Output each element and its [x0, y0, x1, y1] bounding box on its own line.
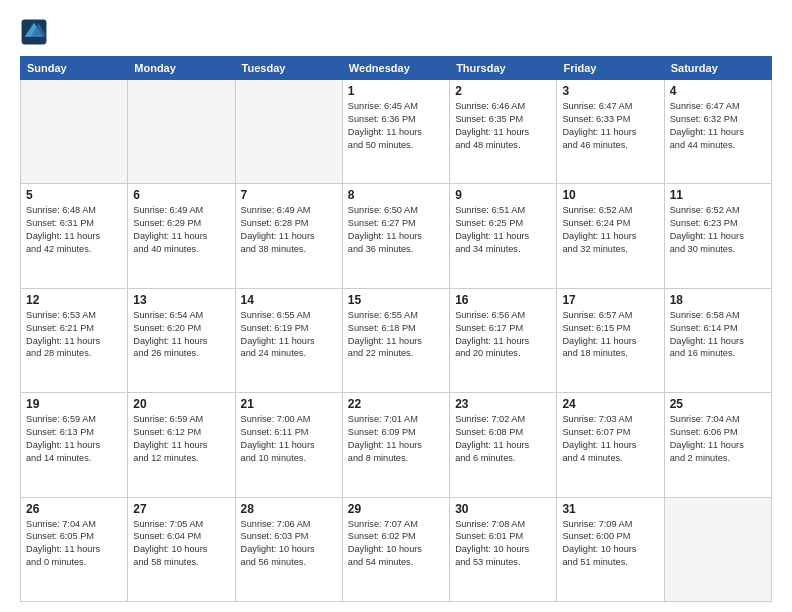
calendar-cell: 28Sunrise: 7:06 AM Sunset: 6:03 PM Dayli…	[235, 497, 342, 601]
day-number: 18	[670, 293, 766, 307]
day-number: 5	[26, 188, 122, 202]
day-info: Sunrise: 6:47 AM Sunset: 6:32 PM Dayligh…	[670, 100, 766, 152]
header	[20, 18, 772, 46]
calendar-table: SundayMondayTuesdayWednesdayThursdayFrid…	[20, 56, 772, 602]
calendar-cell	[128, 80, 235, 184]
day-info: Sunrise: 6:53 AM Sunset: 6:21 PM Dayligh…	[26, 309, 122, 361]
day-info: Sunrise: 6:47 AM Sunset: 6:33 PM Dayligh…	[562, 100, 658, 152]
calendar-body: 1Sunrise: 6:45 AM Sunset: 6:36 PM Daylig…	[21, 80, 772, 602]
day-number: 31	[562, 502, 658, 516]
calendar-week-row: 26Sunrise: 7:04 AM Sunset: 6:05 PM Dayli…	[21, 497, 772, 601]
weekday-header: Thursday	[450, 57, 557, 80]
day-number: 27	[133, 502, 229, 516]
day-info: Sunrise: 7:00 AM Sunset: 6:11 PM Dayligh…	[241, 413, 337, 465]
day-info: Sunrise: 7:03 AM Sunset: 6:07 PM Dayligh…	[562, 413, 658, 465]
day-number: 24	[562, 397, 658, 411]
day-number: 11	[670, 188, 766, 202]
day-number: 14	[241, 293, 337, 307]
day-info: Sunrise: 6:50 AM Sunset: 6:27 PM Dayligh…	[348, 204, 444, 256]
weekday-header: Monday	[128, 57, 235, 80]
day-info: Sunrise: 7:04 AM Sunset: 6:06 PM Dayligh…	[670, 413, 766, 465]
calendar-cell: 7Sunrise: 6:49 AM Sunset: 6:28 PM Daylig…	[235, 184, 342, 288]
weekday-header: Friday	[557, 57, 664, 80]
calendar-cell: 5Sunrise: 6:48 AM Sunset: 6:31 PM Daylig…	[21, 184, 128, 288]
logo-icon	[20, 18, 48, 46]
day-number: 3	[562, 84, 658, 98]
calendar-cell	[235, 80, 342, 184]
day-number: 8	[348, 188, 444, 202]
calendar-cell: 1Sunrise: 6:45 AM Sunset: 6:36 PM Daylig…	[342, 80, 449, 184]
weekday-header: Wednesday	[342, 57, 449, 80]
calendar-cell: 10Sunrise: 6:52 AM Sunset: 6:24 PM Dayli…	[557, 184, 664, 288]
day-info: Sunrise: 6:45 AM Sunset: 6:36 PM Dayligh…	[348, 100, 444, 152]
calendar-cell: 4Sunrise: 6:47 AM Sunset: 6:32 PM Daylig…	[664, 80, 771, 184]
day-number: 23	[455, 397, 551, 411]
calendar-cell: 13Sunrise: 6:54 AM Sunset: 6:20 PM Dayli…	[128, 288, 235, 392]
calendar-week-row: 19Sunrise: 6:59 AM Sunset: 6:13 PM Dayli…	[21, 393, 772, 497]
day-number: 22	[348, 397, 444, 411]
weekday-header: Sunday	[21, 57, 128, 80]
day-number: 16	[455, 293, 551, 307]
day-number: 12	[26, 293, 122, 307]
day-number: 17	[562, 293, 658, 307]
day-info: Sunrise: 6:49 AM Sunset: 6:29 PM Dayligh…	[133, 204, 229, 256]
calendar-cell: 20Sunrise: 6:59 AM Sunset: 6:12 PM Dayli…	[128, 393, 235, 497]
day-info: Sunrise: 7:01 AM Sunset: 6:09 PM Dayligh…	[348, 413, 444, 465]
day-info: Sunrise: 7:02 AM Sunset: 6:08 PM Dayligh…	[455, 413, 551, 465]
calendar-cell: 23Sunrise: 7:02 AM Sunset: 6:08 PM Dayli…	[450, 393, 557, 497]
day-number: 6	[133, 188, 229, 202]
calendar-cell: 12Sunrise: 6:53 AM Sunset: 6:21 PM Dayli…	[21, 288, 128, 392]
day-number: 15	[348, 293, 444, 307]
day-info: Sunrise: 6:46 AM Sunset: 6:35 PM Dayligh…	[455, 100, 551, 152]
day-info: Sunrise: 7:07 AM Sunset: 6:02 PM Dayligh…	[348, 518, 444, 570]
day-info: Sunrise: 6:59 AM Sunset: 6:13 PM Dayligh…	[26, 413, 122, 465]
day-info: Sunrise: 6:54 AM Sunset: 6:20 PM Dayligh…	[133, 309, 229, 361]
calendar-cell: 2Sunrise: 6:46 AM Sunset: 6:35 PM Daylig…	[450, 80, 557, 184]
calendar-header: SundayMondayTuesdayWednesdayThursdayFrid…	[21, 57, 772, 80]
day-number: 19	[26, 397, 122, 411]
weekday-header: Tuesday	[235, 57, 342, 80]
calendar-cell: 9Sunrise: 6:51 AM Sunset: 6:25 PM Daylig…	[450, 184, 557, 288]
day-number: 30	[455, 502, 551, 516]
day-number: 1	[348, 84, 444, 98]
calendar-cell: 3Sunrise: 6:47 AM Sunset: 6:33 PM Daylig…	[557, 80, 664, 184]
day-info: Sunrise: 6:48 AM Sunset: 6:31 PM Dayligh…	[26, 204, 122, 256]
calendar-cell: 11Sunrise: 6:52 AM Sunset: 6:23 PM Dayli…	[664, 184, 771, 288]
day-number: 20	[133, 397, 229, 411]
day-info: Sunrise: 7:05 AM Sunset: 6:04 PM Dayligh…	[133, 518, 229, 570]
day-info: Sunrise: 7:09 AM Sunset: 6:00 PM Dayligh…	[562, 518, 658, 570]
calendar-cell: 14Sunrise: 6:55 AM Sunset: 6:19 PM Dayli…	[235, 288, 342, 392]
calendar-cell: 16Sunrise: 6:56 AM Sunset: 6:17 PM Dayli…	[450, 288, 557, 392]
calendar-cell: 27Sunrise: 7:05 AM Sunset: 6:04 PM Dayli…	[128, 497, 235, 601]
day-info: Sunrise: 6:56 AM Sunset: 6:17 PM Dayligh…	[455, 309, 551, 361]
calendar-cell: 30Sunrise: 7:08 AM Sunset: 6:01 PM Dayli…	[450, 497, 557, 601]
calendar-cell: 25Sunrise: 7:04 AM Sunset: 6:06 PM Dayli…	[664, 393, 771, 497]
page: SundayMondayTuesdayWednesdayThursdayFrid…	[0, 0, 792, 612]
day-info: Sunrise: 6:52 AM Sunset: 6:23 PM Dayligh…	[670, 204, 766, 256]
calendar-cell: 15Sunrise: 6:55 AM Sunset: 6:18 PM Dayli…	[342, 288, 449, 392]
day-info: Sunrise: 6:51 AM Sunset: 6:25 PM Dayligh…	[455, 204, 551, 256]
day-info: Sunrise: 6:55 AM Sunset: 6:19 PM Dayligh…	[241, 309, 337, 361]
day-number: 2	[455, 84, 551, 98]
day-info: Sunrise: 7:08 AM Sunset: 6:01 PM Dayligh…	[455, 518, 551, 570]
calendar-cell: 22Sunrise: 7:01 AM Sunset: 6:09 PM Dayli…	[342, 393, 449, 497]
day-number: 4	[670, 84, 766, 98]
day-info: Sunrise: 6:52 AM Sunset: 6:24 PM Dayligh…	[562, 204, 658, 256]
calendar-week-row: 1Sunrise: 6:45 AM Sunset: 6:36 PM Daylig…	[21, 80, 772, 184]
calendar-cell: 24Sunrise: 7:03 AM Sunset: 6:07 PM Dayli…	[557, 393, 664, 497]
day-number: 26	[26, 502, 122, 516]
calendar-cell: 18Sunrise: 6:58 AM Sunset: 6:14 PM Dayli…	[664, 288, 771, 392]
day-info: Sunrise: 6:59 AM Sunset: 6:12 PM Dayligh…	[133, 413, 229, 465]
calendar-week-row: 5Sunrise: 6:48 AM Sunset: 6:31 PM Daylig…	[21, 184, 772, 288]
weekday-header-row: SundayMondayTuesdayWednesdayThursdayFrid…	[21, 57, 772, 80]
calendar-cell: 31Sunrise: 7:09 AM Sunset: 6:00 PM Dayli…	[557, 497, 664, 601]
logo	[20, 18, 52, 46]
weekday-header: Saturday	[664, 57, 771, 80]
day-number: 13	[133, 293, 229, 307]
day-info: Sunrise: 6:58 AM Sunset: 6:14 PM Dayligh…	[670, 309, 766, 361]
calendar-cell: 17Sunrise: 6:57 AM Sunset: 6:15 PM Dayli…	[557, 288, 664, 392]
day-info: Sunrise: 6:55 AM Sunset: 6:18 PM Dayligh…	[348, 309, 444, 361]
day-number: 10	[562, 188, 658, 202]
day-number: 7	[241, 188, 337, 202]
calendar-cell: 29Sunrise: 7:07 AM Sunset: 6:02 PM Dayli…	[342, 497, 449, 601]
